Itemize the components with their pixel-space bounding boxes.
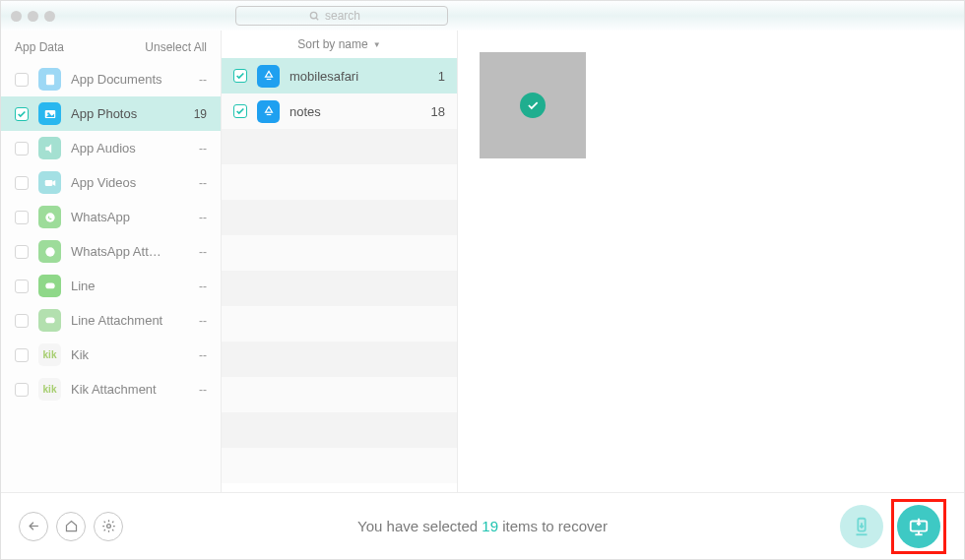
appstore-icon <box>257 100 280 123</box>
traffic-lights <box>11 11 55 22</box>
list-row-empty <box>222 306 457 342</box>
sidebar-item-app-photos[interactable]: App Photos 19 <box>1 96 221 131</box>
sidebar-item-label: Line <box>71 279 189 293</box>
app-window: App Data Unselect All App Documents -- A… <box>0 0 965 560</box>
audio-icon <box>38 137 61 159</box>
item-list: mobilesafari 1 notes 18 <box>222 58 457 492</box>
sidebar-item-count: -- <box>199 142 207 156</box>
svg-rect-7 <box>44 180 52 186</box>
sidebar-item-kik-attachment[interactable]: kik Kik Attachment -- <box>1 372 221 406</box>
appstore-icon <box>257 65 280 88</box>
sidebar-item-count: -- <box>199 280 207 293</box>
sidebar-item-label: Kik Attachment <box>71 382 189 397</box>
item-list-panel: Sort by name ▼ mobilesafari 1 <box>222 31 458 492</box>
checkbox[interactable] <box>15 211 29 224</box>
checkbox[interactable] <box>15 280 29 293</box>
home-button[interactable] <box>56 512 86 541</box>
list-row-empty <box>222 271 457 306</box>
whatsapp-icon <box>38 206 61 228</box>
highlight-box <box>891 499 946 554</box>
recover-to-device-button[interactable] <box>840 505 883 548</box>
checkbox[interactable] <box>233 104 247 118</box>
svg-point-0 <box>310 12 316 18</box>
status-pre: You have selected <box>357 518 482 534</box>
document-icon <box>38 68 61 91</box>
checkbox[interactable] <box>15 142 29 156</box>
back-button[interactable] <box>19 512 48 541</box>
sort-dropdown[interactable]: Sort by name ▼ <box>222 31 457 58</box>
svg-point-16 <box>106 525 110 529</box>
action-buttons <box>840 499 946 554</box>
checkbox[interactable] <box>15 73 29 87</box>
sidebar: App Data Unselect All App Documents -- A… <box>1 31 222 492</box>
photo-icon <box>38 102 61 125</box>
search-box[interactable] <box>235 6 448 26</box>
unselect-all-button[interactable]: Unselect All <box>145 40 207 54</box>
sidebar-item-app-documents[interactable]: App Documents -- <box>1 62 221 96</box>
checkbox[interactable] <box>233 69 247 83</box>
svg-rect-11 <box>45 282 54 288</box>
checkbox[interactable] <box>15 348 29 362</box>
search-input[interactable] <box>325 9 374 23</box>
computer-download-icon <box>908 516 930 537</box>
list-row-empty <box>222 164 457 200</box>
svg-point-10 <box>45 247 54 256</box>
check-icon <box>526 98 540 112</box>
checkbox[interactable] <box>15 107 29 121</box>
kik-icon: kik <box>38 378 61 401</box>
search-icon <box>309 11 320 22</box>
list-row-empty <box>222 200 457 235</box>
sidebar-item-line[interactable]: Line -- <box>1 269 221 303</box>
close-window-icon[interactable] <box>11 11 22 22</box>
sidebar-item-line-attachment[interactable]: Line Attachment -- <box>1 303 221 338</box>
sidebar-item-app-videos[interactable]: App Videos -- <box>1 165 221 200</box>
settings-button[interactable] <box>94 512 123 541</box>
sidebar-item-count: -- <box>199 176 207 190</box>
status-post: items to recover <box>498 518 608 534</box>
svg-marker-8 <box>52 180 55 186</box>
minimize-window-icon[interactable] <box>28 11 38 22</box>
device-download-icon <box>851 516 872 537</box>
sidebar-item-label: App Audios <box>71 141 189 156</box>
sidebar-item-label: App Videos <box>71 175 189 190</box>
sidebar-item-count: -- <box>199 245 207 259</box>
checkbox[interactable] <box>15 176 29 190</box>
list-item[interactable]: notes 18 <box>222 93 457 129</box>
preview-thumbnail[interactable] <box>480 52 586 158</box>
sidebar-item-whatsapp-attachment[interactable]: WhatsApp Att… -- <box>1 234 221 269</box>
sidebar-item-whatsapp[interactable]: WhatsApp -- <box>1 200 221 234</box>
sidebar-item-count: -- <box>199 314 207 328</box>
checkbox[interactable] <box>15 383 29 397</box>
gear-icon <box>101 519 116 533</box>
list-row-empty <box>222 129 457 164</box>
footer: You have selected 19 items to recover <box>1 492 964 559</box>
sidebar-item-kik[interactable]: kik Kik -- <box>1 338 221 372</box>
sidebar-item-count: -- <box>199 383 207 397</box>
sidebar-item-app-audios[interactable]: App Audios -- <box>1 131 221 165</box>
list-row-empty <box>222 412 457 448</box>
svg-point-9 <box>45 213 54 221</box>
svg-line-1 <box>316 17 318 19</box>
checkbox[interactable] <box>15 314 29 328</box>
sidebar-item-count: -- <box>199 211 207 224</box>
zoom-window-icon[interactable] <box>44 11 55 22</box>
list-row-empty <box>222 235 457 271</box>
checkbox[interactable] <box>15 245 29 259</box>
preview-panel <box>458 31 964 492</box>
chevron-down-icon: ▼ <box>373 40 381 49</box>
recover-to-computer-button[interactable] <box>897 505 940 548</box>
status-text: You have selected 19 items to recover <box>1 518 964 534</box>
line-icon <box>38 309 61 332</box>
list-item-count: 1 <box>438 69 445 84</box>
titlebar <box>1 1 964 31</box>
sidebar-item-label: Kik <box>71 347 189 362</box>
sidebar-item-count: -- <box>199 73 207 87</box>
list-item[interactable]: mobilesafari 1 <box>222 58 457 93</box>
list-row-empty <box>222 342 457 377</box>
list-item-label: notes <box>290 104 421 119</box>
arrow-left-icon <box>27 519 41 533</box>
line-icon <box>38 275 61 297</box>
sort-label: Sort by name <box>297 37 367 51</box>
list-row-empty <box>222 448 457 483</box>
kik-icon: kik <box>38 343 61 366</box>
